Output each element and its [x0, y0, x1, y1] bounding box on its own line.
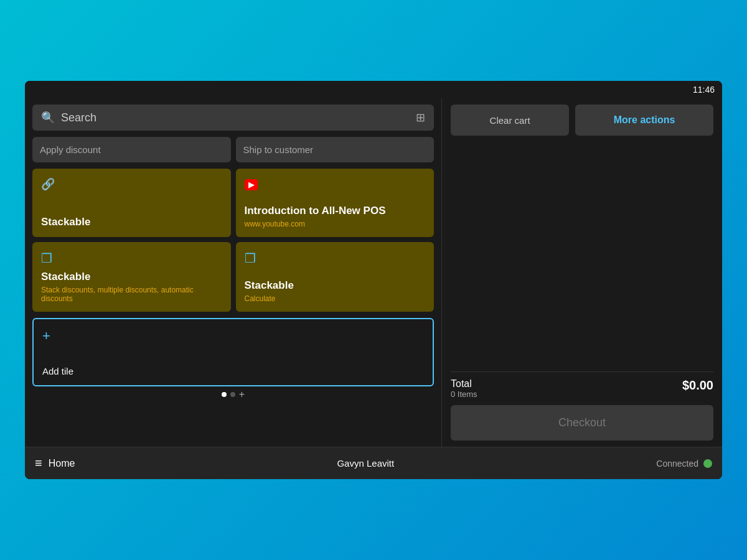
total-row: Total 0 Items $0.00 — [451, 378, 713, 399]
tile-title: Stackable — [41, 271, 222, 283]
clock: 11:46 — [693, 85, 715, 95]
right-panel: Clear cart More actions Total 0 Items $0… — [442, 98, 722, 447]
pagination-row: + — [32, 389, 434, 400]
tile-stackable-stack1[interactable]: ❒ Stackable Stack discounts, multiple di… — [32, 242, 231, 312]
tile-title: Stackable — [245, 279, 426, 292]
ship-to-customer-button[interactable]: Ship to customer — [236, 137, 435, 162]
page-dot-active — [222, 392, 227, 397]
add-tile-button[interactable]: + Add tile — [32, 318, 434, 386]
action-buttons-row: Apply discount Ship to customer — [32, 137, 434, 162]
search-bar: 🔍 ⊞ — [32, 105, 434, 131]
tile-title: Stackable — [41, 216, 222, 228]
stack-icon: ❒ — [245, 251, 426, 266]
page-dot-inactive — [230, 392, 235, 397]
add-tile-label: Add tile — [42, 366, 424, 376]
total-items: 0 Items — [451, 390, 477, 399]
plus-icon: + — [42, 328, 424, 344]
tile-title: Introduction to All-New POS — [245, 205, 426, 217]
total-section: Total 0 Items $0.00 Checkout — [451, 371, 713, 441]
app-window: 11:46 🔍 ⊞ Apply discount Ship to custome… — [25, 81, 722, 479]
more-actions-button[interactable]: More actions — [575, 105, 713, 136]
home-label[interactable]: Home — [49, 458, 75, 469]
tile-subtitle: Stack discounts, multiple discounts, aut… — [41, 286, 222, 303]
tile-subtitle: Calculate — [245, 294, 426, 303]
tile-stackable-link[interactable]: 🔗 Stackable — [32, 169, 231, 237]
bottom-bar: ≡ Home Gavyn Leavitt Connected — [25, 447, 722, 479]
youtube-icon: ▶ — [245, 177, 426, 190]
hamburger-icon[interactable]: ≡ — [35, 456, 42, 470]
status-dot-green — [703, 459, 712, 468]
top-bar: 11:46 — [25, 81, 722, 98]
tile-stackable-calculate[interactable]: ❒ Stackable Calculate — [236, 242, 435, 312]
tile-intro-pos[interactable]: ▶ Introduction to All-New POS www.youtub… — [236, 169, 435, 237]
checkout-button[interactable]: Checkout — [451, 405, 713, 441]
total-label: Total — [451, 378, 477, 390]
main-content: 🔍 ⊞ Apply discount Ship to customer 🔗 St… — [25, 98, 722, 447]
clear-cart-button[interactable]: Clear cart — [451, 105, 569, 136]
user-name: Gavyn Leavitt — [75, 458, 656, 469]
cart-area — [451, 142, 713, 371]
total-amount: $0.00 — [682, 378, 713, 393]
apply-discount-button[interactable]: Apply discount — [32, 137, 231, 162]
link-icon: 🔗 — [41, 177, 222, 191]
add-page-button[interactable]: + — [239, 389, 245, 400]
search-icon: 🔍 — [41, 111, 55, 124]
connection-label: Connected — [656, 459, 698, 469]
tiles-grid: 🔗 Stackable ▶ Introduction to All-New PO… — [32, 169, 434, 312]
connection-status: Connected — [656, 459, 712, 469]
tile-subtitle: www.youtube.com — [245, 220, 426, 228]
search-input[interactable] — [61, 111, 416, 124]
left-panel: 🔍 ⊞ Apply discount Ship to customer 🔗 St… — [25, 98, 442, 447]
stack-icon: ❒ — [41, 251, 222, 266]
right-actions: Clear cart More actions — [451, 105, 713, 136]
total-label-group: Total 0 Items — [451, 378, 477, 399]
barcode-icon[interactable]: ⊞ — [416, 111, 425, 124]
